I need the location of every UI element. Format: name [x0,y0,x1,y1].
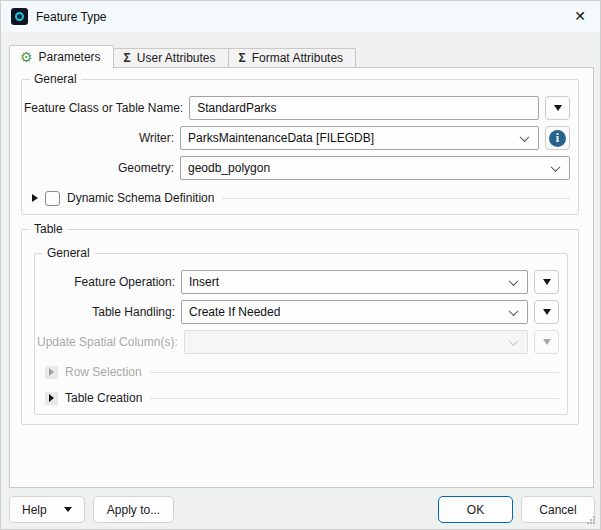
close-icon[interactable]: ✕ [574,8,586,24]
feature-type-app-icon [11,8,28,25]
writer-row: Writer: ParksMaintenanceData [FILEGDB] i [24,126,570,150]
expander-collapsed-icon [49,368,54,376]
expander-box [45,366,58,379]
triangle-down-icon [543,339,551,345]
chevron-down-icon [520,132,530,142]
cancel-label: Cancel [539,503,576,517]
triangle-down-icon [64,507,72,512]
feature-operation-value: Insert [189,275,219,289]
tab-bar: ⚙ Parameters Σ User Attributes Σ Format … [9,45,356,68]
triangle-down-icon [554,105,562,111]
dynamic-schema-checkbox[interactable] [45,191,60,206]
expander-collapsed-icon [49,394,54,402]
table-creation-label: Table Creation [65,391,142,405]
tab-format-attributes[interactable]: Σ Format Attributes [229,48,357,68]
sigma-icon: Σ [239,52,246,65]
chevron-down-icon [509,306,519,316]
feature-class-input[interactable] [189,96,539,120]
divider [222,198,570,199]
apply-to-button[interactable]: Apply to... [93,496,174,523]
button-bar: Help Apply to... OK Cancel [1,486,600,529]
table-handling-combobox[interactable]: Create If Needed [181,300,528,324]
geometry-combobox[interactable]: geodb_polygon [180,156,570,180]
tab-parameters-label: Parameters [39,50,101,64]
update-spatial-combobox [184,330,528,354]
table-legend: Table [30,222,67,236]
update-spatial-label: Update Spatial Column(s): [37,335,178,349]
tab-user-attributes[interactable]: Σ User Attributes [114,48,229,68]
feature-class-label: Feature Class or Table Name: [24,101,183,115]
geometry-label: Geometry: [24,161,174,175]
general-legend: General [30,72,81,86]
ok-label: OK [467,503,484,517]
dynamic-schema-label: Dynamic Schema Definition [67,191,214,205]
table-handling-value: Create If Needed [189,305,280,319]
chevron-down-icon [551,162,561,172]
feature-operation-dropdown-button[interactable] [534,270,559,294]
divider [150,398,559,399]
feature-operation-label: Feature Operation: [37,275,175,289]
table-handling-row: Table Handling: Create If Needed [37,300,559,324]
title-bar: Feature Type ✕ [1,1,600,32]
triangle-down-icon [543,309,551,315]
table-creation-expander[interactable]: Table Creation [45,390,559,406]
apply-to-label: Apply to... [107,503,160,517]
feature-type-dialog: Feature Type ✕ ⚙ Parameters Σ User Attri… [0,0,601,530]
geometry-row: Geometry: geodb_polygon [24,156,570,180]
table-handling-dropdown-button[interactable] [534,300,559,324]
geometry-value: geodb_polygon [188,161,270,175]
resize-grip[interactable] [587,516,596,525]
general-groupbox: General Feature Class or Table Name: Wri… [21,79,579,215]
update-spatial-row: Update Spatial Column(s): [37,330,559,354]
row-selection-expander: Row Selection [45,364,559,380]
help-button[interactable]: Help [9,496,85,523]
update-spatial-dropdown-button [534,330,559,354]
tab-format-attributes-label: Format Attributes [252,51,343,65]
writer-label: Writer: [24,131,174,145]
divider [150,372,559,373]
sigma-icon: Σ [124,52,131,65]
writer-value: ParksMaintenanceData [FILEGDB] [188,131,374,145]
table-general-legend: General [43,246,94,260]
dynamic-schema-expander[interactable]: Dynamic Schema Definition [32,190,570,206]
writer-combobox[interactable]: ParksMaintenanceData [FILEGDB] [180,126,539,150]
parameters-panel: General Feature Class or Table Name: Wri… [9,67,594,488]
gear-icon: ⚙ [20,51,33,64]
ok-button[interactable]: OK [438,496,513,523]
feature-operation-row: Feature Operation: Insert [37,270,559,294]
feature-class-row: Feature Class or Table Name: [24,96,570,120]
feature-class-dropdown-button[interactable] [545,96,570,120]
expander-box [45,392,58,405]
fme-ring-icon [15,12,24,21]
row-selection-label: Row Selection [65,365,142,379]
table-handling-label: Table Handling: [37,305,175,319]
table-general-groupbox: General Feature Operation: Insert Table … [34,253,568,415]
chevron-down-icon [509,276,519,286]
expander-collapsed-icon [32,194,38,202]
cancel-button[interactable]: Cancel [521,496,595,523]
triangle-down-icon [543,279,551,285]
help-label: Help [22,503,47,517]
chevron-down-icon [509,336,519,346]
tab-parameters[interactable]: ⚙ Parameters [9,45,114,69]
tab-user-attributes-label: User Attributes [137,51,216,65]
table-groupbox: Table General Feature Operation: Insert … [21,229,579,425]
writer-info-button[interactable]: i [545,126,570,150]
info-icon: i [549,130,566,147]
feature-operation-combobox[interactable]: Insert [181,270,528,294]
window-title: Feature Type [36,10,107,24]
